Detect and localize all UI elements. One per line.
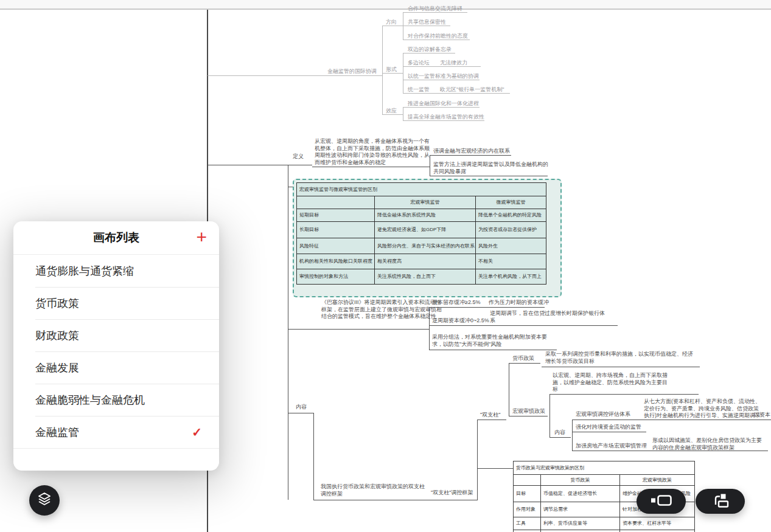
node-leaf[interactable]: 加强房地产市场宏观审慎管理 [576, 443, 647, 450]
panel-title: 画布列表 [93, 230, 139, 246]
branch-line [208, 165, 312, 165]
branch-line [509, 363, 540, 364]
branch-line [403, 107, 403, 120]
node-effect[interactable]: 效应 [386, 108, 397, 115]
branch-line [477, 420, 478, 500]
canvas-top-edge [0, 0, 771, 10]
branch-line [403, 12, 403, 40]
table-cell [513, 530, 540, 532]
canvas-name: 通货膨胀与通货紧缩 [35, 264, 134, 278]
node-leaf[interactable]: 作为压力时期的资本缓冲 [489, 299, 549, 306]
node-leaf[interactable]: 强调金融与宏观经济的内在联系 [433, 148, 510, 155]
table-cell: 短期目标 [296, 209, 374, 221]
check-icon: ✓ [192, 425, 202, 440]
node-basel-text[interactable]: 《巴塞尔协议III》将逆周期因素引入资本和流动性框架，在监管层面上建立了微观审慎… [321, 299, 443, 320]
table-header: 宏观审慎监管 [374, 196, 475, 209]
table-cell: 风险外生 [475, 238, 546, 254]
table-cell: 审慎控制的对象和方法 [296, 269, 374, 284]
node-leaf[interactable]: 逆周期调节，旨在信贷过度增长时期保护银行体系 [490, 310, 609, 324]
branch-line [312, 167, 430, 167]
branch-line [382, 26, 383, 114]
table-cell [619, 530, 694, 532]
canvas-list: 通货膨胀与通货紧缩 货币政策 财政政策 金融发展 金融脆弱性与金融危机 金融监管… [13, 254, 219, 449]
node-leaf[interactable]: 双边的谅解备忘录 [408, 46, 452, 54]
node-definition-text[interactable]: 从宏观、逆周期的角度，将金融体系视为一个有机整体，自上而下采取措施，防范由金融体… [315, 138, 430, 166]
node-leaf[interactable]: 监管方法上强调逆周期监管以及降低金融机构的共同风险暴露 [433, 161, 549, 175]
branch-line [509, 363, 509, 416]
table-cell: 降低单个金融机构的特定风险 [475, 209, 546, 221]
canvas-list-item[interactable]: 金融发展 [13, 351, 219, 384]
node-intl-coordination[interactable]: 金融监管的国际协调 [327, 68, 377, 75]
table-header: 宏观审慎政策 [619, 474, 694, 485]
node-leaf[interactable]: 采用分组法，对系统重要性金融机构附加资本要求，以防范"大而不能倒"风险 [432, 334, 557, 348]
node-leaf[interactable]: 统一监管 [408, 86, 430, 94]
node-leaf[interactable]: 以统一监管标准为基础的协调 [408, 73, 479, 80]
table-cell: 长期目标 [296, 221, 374, 238]
table-header: 货币政策 [540, 474, 619, 485]
table-cell: 为投资者或存款者提供保护 [475, 221, 546, 238]
node-definition[interactable]: 定义 [293, 153, 304, 161]
table-title: 货币政策与宏观审慎政策的区别 [513, 461, 694, 474]
branch-line [313, 500, 478, 500]
canvas-name: 货币政策 [35, 296, 79, 311]
canvas-list-item[interactable]: 金融脆弱性与金融危机 [13, 384, 219, 416]
node-leaf[interactable]: 采取一系列调控货币量和利率的措施，以实现币值稳定、经济增长等货币政策目标 [545, 351, 697, 365]
table-cell: 关注单个机构风险，从下而上 [475, 269, 546, 284]
branch-line [549, 394, 699, 395]
layers-icon [36, 491, 53, 510]
node-leaf[interactable]: 合作与信息交流无障碍 [408, 5, 462, 13]
layers-button[interactable] [29, 485, 60, 516]
add-canvas-button[interactable]: + [196, 226, 207, 248]
node-leaf[interactable]: 形成以因城施策、差别化住房信贷政策为主要内容的住房金融宏观审慎政策框架 [652, 437, 766, 451]
canvas-list-item[interactable]: 通货膨胀与通货紧缩 [13, 255, 219, 287]
branch-line [429, 350, 557, 350]
node-leaf[interactable]: 多边论坛 [408, 60, 430, 67]
node-leaf[interactable]: 欧元区"银行单一监管机制" [440, 86, 504, 94]
comparison-table[interactable]: 宏观审慎监管与微观审慎监管的区别 宏观审慎监管 微观审慎监管 短期目标 降低金融… [296, 182, 546, 285]
branch-line [288, 329, 429, 330]
node-leaf[interactable]: 强化对跨境资金流动的监管 [576, 424, 641, 431]
node-dual-pillar[interactable]: "双支柱" [480, 412, 500, 419]
branch-line [313, 413, 314, 500]
node-macroprudential-policy[interactable]: 宏观审慎政策 [512, 408, 545, 415]
node-leaf[interactable]: 以宏观、逆周期、跨市场视角，自上而下采取措施，以维护金融稳定、防范系统性风险为主… [553, 372, 668, 393]
add-sibling-node-button[interactable] [637, 489, 686, 514]
node-leaf[interactable]: 推进金融国际化和一体化进程 [408, 100, 479, 108]
node-leaf[interactable]: 共享信息保密性 [408, 19, 446, 26]
table-cell: 工具 [513, 517, 540, 530]
node-leaf[interactable]: 对合作保持前瞻性的态度 [408, 33, 468, 40]
branch-line [572, 432, 646, 432]
node-content[interactable]: 内容 [296, 404, 307, 411]
node-form[interactable]: 形式 [386, 66, 397, 74]
branch-line [572, 420, 573, 451]
node-direction[interactable]: 方向 [386, 19, 397, 26]
node-monetary-policy[interactable]: 货币政策 [512, 355, 534, 362]
node-leaf[interactable]: 资本留存缓冲≥2.5% [432, 299, 480, 306]
table-cell: 不相关 [475, 254, 546, 269]
node-mp-content[interactable]: 内容 [554, 429, 565, 437]
mindmap-canvas[interactable]: 金融监管的国际协调 方向 合作与信息交流无障碍 共享信息保密性 对合作保持前瞻性… [0, 0, 771, 532]
node-leaf[interactable]: 宏观审慎调控评估体系 [576, 411, 630, 418]
table-cell: 相关程度高 [374, 254, 475, 269]
canvas-list-item[interactable]: 财政政策 [13, 319, 219, 351]
canvas-list-item[interactable]: 货币政策 [13, 287, 219, 319]
branch-line [542, 367, 700, 367]
table-cell: 作用对象 [513, 502, 540, 517]
node-dual-pillar-framework[interactable]: "双支柱"调控框架 [431, 489, 473, 497]
node-china-framework[interactable]: 我国执行货币政策和宏观审慎政策的双支柱调控框架 [321, 483, 428, 497]
node-leaf[interactable]: 从七大方面(资本和杠杆、资产和负债、流动性、定价行为、资产质量、跨境业务风险、信… [644, 398, 763, 420]
node-leaf[interactable]: 无法律效力 [440, 60, 467, 67]
add-child-node-button[interactable] [696, 489, 745, 514]
table-cell: 降低金融体系的系统性风险 [374, 209, 475, 221]
table-cell: 风险部分内生、来自于与实体经济的内在联系 [374, 238, 475, 254]
branch-line [429, 307, 545, 308]
node-leaf[interactable]: 逆周期资本缓冲0~2.5% [432, 317, 489, 325]
node-leaf[interactable]: 提高全球金融市场监管的有效性 [408, 114, 484, 121]
canvas-list-item-selected[interactable]: 金融监管 ✓ [13, 416, 219, 448]
table-cell: 机构的相关性和风险敞口关联程度 [296, 254, 374, 269]
table-header: 微观审慎监管 [475, 196, 546, 209]
table-cell [540, 530, 619, 532]
table-cell [513, 474, 540, 485]
node-leaf[interactable]: 以资本 [754, 412, 770, 419]
table-cell: 利率、货币供应量等 [540, 517, 619, 530]
